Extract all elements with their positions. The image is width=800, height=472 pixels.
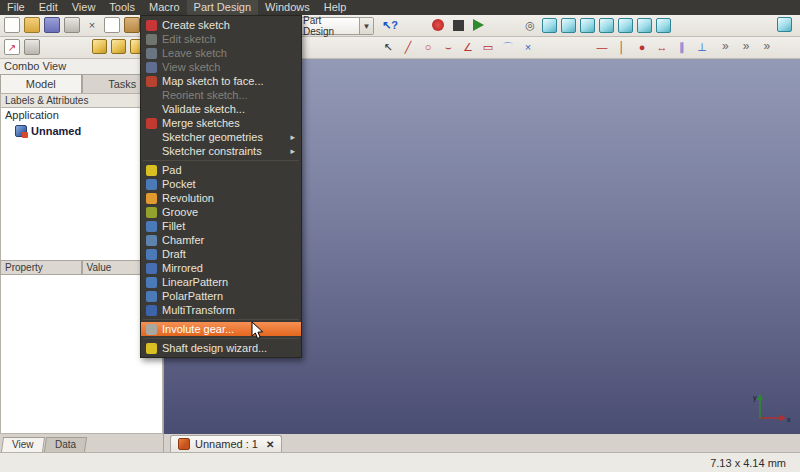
menu-item-create-sketch[interactable]: Create sketch [141,18,301,32]
tab-view[interactable]: View [1,437,45,452]
toolbar-overflow-icon[interactable]: » [722,39,729,53]
whats-this-icon[interactable]: ↖? [382,17,398,33]
menu-item-pocket[interactable]: Pocket [141,177,301,191]
menubar-item-part-design[interactable]: Part Design [187,0,258,15]
menu-item-multi-transform[interactable]: MultiTransform [141,303,301,317]
menu-item-leave-sketch[interactable]: Leave sketch [141,46,301,60]
create-fillet-icon[interactable]: ⌒ [500,39,516,55]
menu-item-merge-sketches[interactable]: Merge sketches [141,116,301,130]
menu-item-fillet[interactable]: Fillet [141,219,301,233]
macro-toolbar-group [430,17,486,33]
macro-play-icon[interactable] [470,17,486,33]
export-icon[interactable]: ↗ [4,39,20,55]
menu-item-label: Revolution [162,192,214,205]
blank-icon [146,90,157,101]
toolbar-overflow-group: » » » [712,39,770,53]
menu-item-sketcher-constraints[interactable]: Sketcher constraints ▸ [141,144,301,158]
pad-icon [146,165,157,176]
menu-item-view-sketch[interactable]: View sketch [141,60,301,74]
menu-item-groove[interactable]: Groove [141,205,301,219]
menu-item-label: Sketcher geometries [162,131,263,144]
menu-item-pad[interactable]: Pad [141,163,301,177]
menubar-item-help[interactable]: Help [317,0,354,15]
menu-item-label: Map sketch to face... [162,75,264,88]
select-icon[interactable]: ↖ [380,39,396,55]
menu-item-chamfer[interactable]: Chamfer [141,233,301,247]
document-tab[interactable]: Unnamed : 1 ✕ [170,435,282,452]
create-line-icon[interactable]: ╱ [400,39,416,55]
cut-icon[interactable]: × [84,17,100,33]
menu-item-reorient-sketch[interactable]: Reorient sketch... [141,88,301,102]
constraint-parallel-icon[interactable]: ∥ [674,39,690,55]
print-icon[interactable] [64,17,80,33]
fit-all-icon[interactable]: ◎ [522,17,538,33]
create-circle-icon[interactable]: ○ [420,39,436,55]
draft-icon [146,249,157,260]
left-view-icon[interactable] [656,18,671,33]
constraint-horizontal-icon[interactable]: ― [594,39,610,55]
menu-item-label: Involute gear... [162,323,234,336]
freecad-doc-icon [178,438,190,450]
rear-view-icon[interactable] [618,18,633,33]
toolbar-sketcher: ↗ ↖ ╱ ○ ⌣ ∠ ▭ ⌒ × ― │ ● ↔ ∥ ⊥ » » [0,37,800,59]
menu-item-shaft-design-wizard[interactable]: Shaft design wizard... [141,341,301,355]
dependency-graph-icon[interactable] [24,39,40,55]
constraint-vertical-icon[interactable]: │ [614,39,630,55]
menu-item-label: Draft [162,248,186,261]
menubar-item-file[interactable]: File [0,0,32,15]
menu-item-draft[interactable]: Draft [141,247,301,261]
open-file-icon[interactable] [24,17,40,33]
property-column-header[interactable]: Property [0,260,82,275]
front-view-icon[interactable] [561,18,576,33]
tree-item-label: Unnamed [31,125,81,137]
menubar-item-macro[interactable]: Macro [142,0,187,15]
workbench-selector[interactable]: Part Design ▼ [296,17,374,35]
bottom-view-icon[interactable] [637,18,652,33]
tree-item-application[interactable]: Application [1,108,163,123]
save-icon[interactable] [44,17,60,33]
top-view-icon[interactable] [580,18,595,33]
document-tab-label: Unnamed : 1 [195,438,258,450]
menu-item-linear-pattern[interactable]: LinearPattern [141,275,301,289]
macro-record-icon[interactable] [430,17,446,33]
menu-item-label: Chamfer [162,234,204,247]
constraint-coincident-icon[interactable]: ● [634,39,650,55]
chevron-down-icon[interactable]: ▼ [359,18,373,34]
menu-item-revolution[interactable]: Revolution [141,191,301,205]
cylinder-primitive-icon[interactable] [111,39,126,54]
toolbar-overflow-icon[interactable]: » [743,39,750,53]
right-view-icon[interactable] [599,18,614,33]
measure-icon[interactable] [777,17,792,32]
create-rectangle-icon[interactable]: ▭ [480,39,496,55]
copy-icon[interactable] [104,17,120,33]
create-polyline-icon[interactable]: ∠ [460,39,476,55]
menu-item-validate-sketch[interactable]: Validate sketch... [141,102,301,116]
close-tab-icon[interactable]: ✕ [263,439,274,450]
menubar-item-edit[interactable]: Edit [32,0,65,15]
tab-model[interactable]: Model [0,74,82,93]
menu-item-mirrored[interactable]: Mirrored [141,261,301,275]
macro-stop-icon[interactable] [450,17,466,33]
view-toolbar-group: ◎ [522,17,671,33]
constraint-distance-icon[interactable]: ↔ [654,39,670,55]
menubar-item-tools[interactable]: Tools [102,0,142,15]
menu-item-map-sketch-to-face[interactable]: Map sketch to face... [141,74,301,88]
tab-data[interactable]: Data [43,437,86,452]
menu-item-polar-pattern[interactable]: PolarPattern [141,289,301,303]
toolbar-overflow-icon[interactable]: » [763,39,770,53]
trim-icon[interactable]: × [520,39,536,55]
revolution-icon [146,193,157,204]
create-arc-icon[interactable]: ⌣ [440,39,456,55]
menu-item-involute-gear[interactable]: Involute gear... [141,322,301,336]
menubar-item-view[interactable]: View [65,0,103,15]
constraint-perpendicular-icon[interactable]: ⊥ [694,39,710,55]
box-primitive-icon[interactable] [92,39,107,54]
axis-x-label: x [787,416,791,423]
new-document-icon[interactable] [4,17,20,33]
menubar-item-windows[interactable]: Windows [258,0,317,15]
menu-item-sketcher-geometries[interactable]: Sketcher geometries ▸ [141,130,301,144]
menu-item-edit-sketch[interactable]: Edit sketch [141,32,301,46]
axonometric-view-icon[interactable] [542,18,557,33]
paste-icon[interactable] [124,17,140,33]
tree-item-document[interactable]: Unnamed [1,123,163,139]
